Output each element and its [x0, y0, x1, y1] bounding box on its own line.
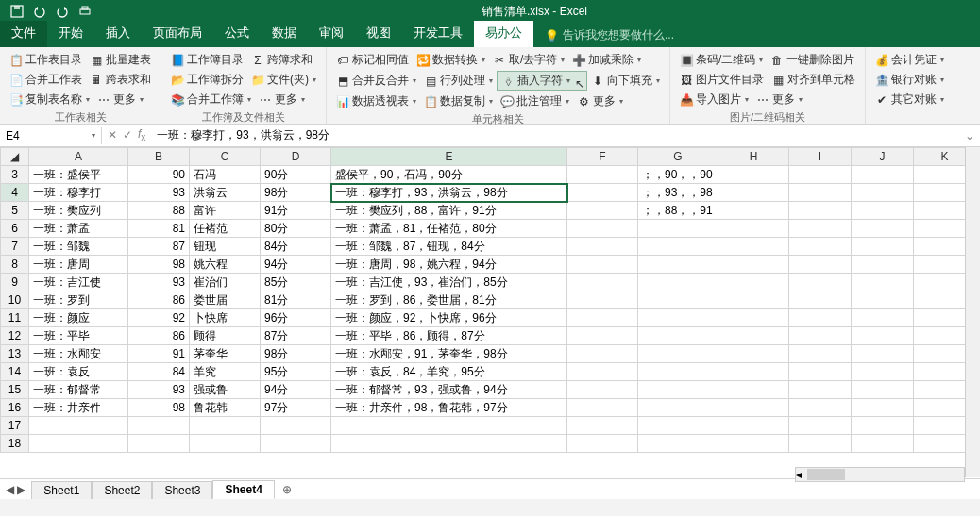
cell[interactable] — [567, 345, 638, 363]
btn-bank-recon[interactable]: 🏦银行对账▾ — [871, 71, 948, 89]
btn-import-image[interactable]: 📥导入图片▾ — [676, 91, 752, 108]
btn-data-copy[interactable]: 📋数据复制▾ — [420, 92, 497, 110]
cell[interactable] — [567, 381, 638, 399]
cell[interactable]: 一班：水邴安，91，茅奎华，98分 — [331, 345, 567, 363]
cell[interactable]: 94分 — [261, 256, 331, 274]
formula-bar[interactable]: 一班：穆李打，93，洪翁云，98分 — [151, 125, 959, 145]
sheet-tab-1[interactable]: Sheet1 — [31, 481, 92, 499]
redo-icon[interactable] — [55, 4, 70, 19]
cell[interactable]: 88 — [128, 202, 190, 220]
cell[interactable] — [718, 309, 789, 327]
btn-arithmetic[interactable]: ➕加减乘除▾ — [568, 51, 645, 69]
cell[interactable] — [852, 327, 914, 345]
btn-merge-sheets[interactable]: 📄合并工作表 — [6, 71, 86, 89]
cell[interactable]: 90 — [128, 166, 190, 184]
row-header[interactable]: 17 — [1, 417, 29, 435]
cell[interactable]: 93 — [128, 381, 190, 399]
cell[interactable] — [718, 238, 789, 256]
tab-file[interactable]: 文件 — [0, 21, 47, 47]
btn-fill-down[interactable]: ⬇向下填充▾ — [587, 71, 664, 91]
btn-image-toc[interactable]: 🖼图片文件目录 — [676, 71, 768, 89]
cell[interactable] — [718, 256, 789, 274]
cell[interactable] — [789, 166, 852, 184]
cell[interactable] — [789, 381, 852, 399]
cell[interactable] — [29, 417, 128, 435]
btn-mark-same[interactable]: 🏷标记相同值 — [332, 51, 413, 69]
col-header-J[interactable]: J — [852, 148, 914, 166]
tab-layout[interactable]: 页面布局 — [142, 21, 213, 47]
cell[interactable] — [789, 435, 852, 453]
cell[interactable] — [261, 435, 331, 453]
col-header-E[interactable]: E — [331, 148, 567, 166]
cell[interactable] — [789, 417, 852, 435]
cell[interactable]: 富许 — [190, 202, 261, 220]
cell[interactable] — [789, 220, 852, 238]
tab-review[interactable]: 审阅 — [308, 21, 355, 47]
tab-formula[interactable]: 公式 — [213, 21, 261, 47]
cell[interactable]: 96分 — [261, 309, 331, 327]
tab-dev[interactable]: 开发工具 — [402, 21, 474, 47]
cell[interactable]: ；，88，，91 — [638, 202, 718, 220]
btn-data-convert[interactable]: 🔁数据转换▾ — [413, 51, 489, 69]
horizontal-scrollbar[interactable]: ◂ — [795, 467, 965, 482]
btn-other-recon[interactable]: ✔其它对账▾ — [871, 91, 948, 108]
row-header[interactable]: 13 — [1, 345, 29, 363]
cell[interactable]: 95分 — [261, 363, 331, 381]
cell[interactable]: 98 — [128, 399, 190, 417]
cell[interactable] — [718, 363, 789, 381]
cell[interactable] — [718, 327, 789, 345]
cell[interactable] — [331, 435, 567, 453]
select-all[interactable]: ◢ — [1, 148, 29, 166]
cell[interactable]: 鲁花韩 — [190, 399, 261, 417]
cell[interactable] — [852, 363, 914, 381]
vertical-scrollbar[interactable] — [965, 147, 980, 477]
print-icon[interactable] — [77, 4, 93, 19]
cell[interactable]: 98 — [128, 256, 190, 274]
cell[interactable] — [718, 399, 789, 417]
cell[interactable] — [567, 291, 638, 309]
cell[interactable] — [789, 309, 852, 327]
cell[interactable]: 茅奎华 — [190, 345, 261, 363]
col-header-A[interactable]: A — [29, 148, 128, 166]
cell[interactable]: 一班：唐周，98，姚六程，94分 — [331, 256, 567, 274]
cell[interactable] — [852, 291, 914, 309]
cell[interactable] — [638, 309, 718, 327]
tab-view[interactable]: 视图 — [355, 21, 402, 47]
cell[interactable] — [29, 435, 128, 453]
cell[interactable]: 86 — [128, 327, 190, 345]
cell[interactable]: 一班：郁督常，93，强或鲁，94分 — [331, 381, 567, 399]
cell[interactable] — [718, 184, 789, 202]
cell[interactable] — [567, 417, 638, 435]
cell[interactable]: 姚六程 — [190, 256, 261, 274]
cell[interactable]: 84 — [128, 363, 190, 381]
btn-wb-toc[interactable]: 📘工作簿目录 — [167, 51, 247, 69]
cancel-icon[interactable]: ✕ — [108, 128, 117, 141]
cell[interactable]: 盛侯平，90，石冯，90分 — [331, 166, 567, 184]
cell[interactable]: 一班：萧孟，81，任褚范，80分 — [331, 220, 567, 238]
cell[interactable]: 一班：井亲件，98，鲁花韩，97分 — [331, 399, 567, 417]
sheet-tab-4[interactable]: Sheet4 — [212, 480, 274, 499]
cell[interactable]: 一班：郁督常 — [29, 381, 128, 399]
cell[interactable] — [789, 291, 852, 309]
btn-g2-more[interactable]: ⋯更多▾ — [255, 91, 309, 108]
cell[interactable] — [638, 399, 718, 417]
cell[interactable]: 93 — [128, 184, 190, 202]
cell[interactable] — [789, 363, 852, 381]
cell[interactable]: 一班：吉江使，93，崔治们，85分 — [331, 274, 567, 291]
btn-wb-merge[interactable]: 📚合并工作簿▾ — [167, 91, 255, 108]
btn-take-remove-char[interactable]: ✂取/去字符▾ — [489, 51, 568, 69]
undo-icon[interactable] — [32, 4, 47, 19]
cell[interactable] — [638, 238, 718, 256]
cell[interactable] — [567, 399, 638, 417]
cell[interactable]: 羊究 — [190, 363, 261, 381]
cell[interactable] — [567, 184, 638, 202]
cell[interactable] — [567, 166, 638, 184]
cell[interactable]: 90分 — [261, 166, 331, 184]
tab-insert[interactable]: 插入 — [94, 21, 142, 47]
tab-home[interactable]: 开始 — [47, 21, 94, 47]
btn-align-cell[interactable]: ▦对齐到单元格 — [768, 71, 859, 89]
cell[interactable]: 一班：盛侯平 — [29, 166, 128, 184]
row-header[interactable]: 3 — [1, 166, 29, 184]
row-header[interactable]: 5 — [1, 202, 29, 220]
cell[interactable] — [789, 256, 852, 274]
